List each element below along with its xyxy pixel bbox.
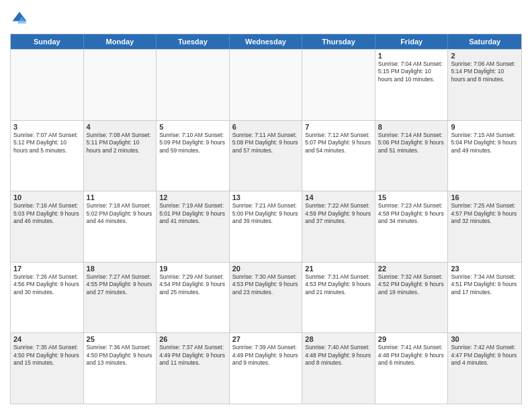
day-number: 14 [305, 193, 372, 201]
day-cell: 28Sunrise: 7:40 AM Sunset: 4:48 PM Dayli… [302, 333, 375, 404]
day-info: Sunrise: 7:29 AM Sunset: 4:54 PM Dayligh… [159, 273, 226, 296]
day-number: 30 [451, 335, 519, 343]
day-number: 3 [13, 123, 81, 131]
day-number: 12 [159, 193, 226, 201]
day-info: Sunrise: 7:36 AM Sunset: 4:50 PM Dayligh… [87, 344, 154, 367]
day-info: Sunrise: 7:11 AM Sunset: 5:08 PM Dayligh… [232, 132, 300, 154]
day-cell: 3Sunrise: 7:07 AM Sunset: 5:12 PM Daylig… [11, 121, 84, 191]
day-info: Sunrise: 7:22 AM Sunset: 4:59 PM Dayligh… [305, 202, 372, 225]
day-number: 24 [13, 335, 81, 343]
day-number: 19 [159, 265, 226, 273]
day-info: Sunrise: 7:16 AM Sunset: 5:03 PM Dayligh… [13, 202, 81, 225]
day-cell [302, 50, 375, 120]
week-row-2: 3Sunrise: 7:07 AM Sunset: 5:12 PM Daylig… [11, 120, 521, 191]
day-number: 11 [87, 193, 154, 201]
day-info: Sunrise: 7:15 AM Sunset: 5:04 PM Dayligh… [451, 132, 519, 154]
header [10, 7, 522, 28]
day-header-saturday: Saturday [448, 34, 521, 49]
day-info: Sunrise: 7:07 AM Sunset: 5:12 PM Dayligh… [13, 132, 81, 154]
page: SundayMondayTuesdayWednesdayThursdayFrid… [0, 0, 532, 411]
day-info: Sunrise: 7:23 AM Sunset: 4:58 PM Dayligh… [378, 202, 445, 225]
day-cell: 20Sunrise: 7:30 AM Sunset: 4:53 PM Dayli… [230, 263, 303, 333]
day-number: 21 [305, 265, 372, 273]
day-cell: 19Sunrise: 7:29 AM Sunset: 4:54 PM Dayli… [157, 263, 230, 333]
day-info: Sunrise: 7:30 AM Sunset: 4:53 PM Dayligh… [232, 273, 300, 296]
day-cell: 6Sunrise: 7:11 AM Sunset: 5:08 PM Daylig… [230, 121, 303, 191]
day-number: 20 [232, 265, 300, 273]
day-info: Sunrise: 7:27 AM Sunset: 4:55 PM Dayligh… [87, 273, 154, 296]
day-cell: 2Sunrise: 7:06 AM Sunset: 5:14 PM Daylig… [448, 50, 521, 120]
day-info: Sunrise: 7:18 AM Sunset: 5:02 PM Dayligh… [87, 202, 154, 225]
day-info: Sunrise: 7:40 AM Sunset: 4:48 PM Dayligh… [305, 344, 372, 367]
week-row-3: 10Sunrise: 7:16 AM Sunset: 5:03 PM Dayli… [11, 191, 521, 262]
day-info: Sunrise: 7:42 AM Sunset: 4:47 PM Dayligh… [451, 344, 519, 367]
day-cell: 24Sunrise: 7:35 AM Sunset: 4:50 PM Dayli… [11, 333, 84, 404]
week-row-5: 24Sunrise: 7:35 AM Sunset: 4:50 PM Dayli… [11, 332, 521, 404]
week-row-1: 1Sunrise: 7:04 AM Sunset: 5:15 PM Daylig… [11, 49, 521, 120]
day-info: Sunrise: 7:04 AM Sunset: 5:15 PM Dayligh… [378, 60, 445, 83]
day-info: Sunrise: 7:37 AM Sunset: 4:49 PM Dayligh… [159, 344, 226, 367]
day-number: 10 [13, 193, 81, 201]
day-number: 22 [378, 265, 445, 273]
svg-marker-0 [13, 12, 27, 21]
day-cell: 1Sunrise: 7:04 AM Sunset: 5:15 PM Daylig… [375, 50, 449, 120]
day-cell: 17Sunrise: 7:26 AM Sunset: 4:56 PM Dayli… [11, 263, 84, 333]
day-number: 26 [159, 335, 226, 343]
day-info: Sunrise: 7:41 AM Sunset: 4:48 PM Dayligh… [378, 344, 445, 367]
day-cell: 12Sunrise: 7:19 AM Sunset: 5:01 PM Dayli… [157, 191, 230, 262]
day-cell: 21Sunrise: 7:31 AM Sunset: 4:53 PM Dayli… [302, 263, 375, 333]
day-cell: 27Sunrise: 7:39 AM Sunset: 4:49 PM Dayli… [230, 333, 303, 404]
weeks: 1Sunrise: 7:04 AM Sunset: 5:15 PM Daylig… [11, 49, 521, 404]
day-number: 23 [451, 265, 519, 273]
day-number: 18 [87, 265, 154, 273]
day-cell: 29Sunrise: 7:41 AM Sunset: 4:48 PM Dayli… [375, 333, 449, 404]
day-info: Sunrise: 7:31 AM Sunset: 4:53 PM Dayligh… [305, 273, 372, 296]
day-cell: 11Sunrise: 7:18 AM Sunset: 5:02 PM Dayli… [84, 191, 157, 262]
day-number: 15 [378, 193, 445, 201]
day-cell: 7Sunrise: 7:12 AM Sunset: 5:07 PM Daylig… [302, 121, 375, 191]
day-number: 7 [305, 123, 372, 131]
logo [10, 9, 32, 28]
day-info: Sunrise: 7:06 AM Sunset: 5:14 PM Dayligh… [451, 60, 519, 83]
day-number: 17 [13, 265, 81, 273]
day-info: Sunrise: 7:08 AM Sunset: 5:11 PM Dayligh… [87, 132, 154, 154]
day-number: 16 [451, 193, 519, 201]
day-info: Sunrise: 7:19 AM Sunset: 5:01 PM Dayligh… [159, 202, 226, 225]
day-number: 2 [451, 52, 519, 60]
day-cell: 18Sunrise: 7:27 AM Sunset: 4:55 PM Dayli… [84, 263, 157, 333]
day-cell [157, 50, 230, 120]
day-info: Sunrise: 7:10 AM Sunset: 5:09 PM Dayligh… [159, 132, 226, 154]
day-info: Sunrise: 7:14 AM Sunset: 5:06 PM Dayligh… [378, 132, 445, 154]
day-info: Sunrise: 7:25 AM Sunset: 4:57 PM Dayligh… [451, 202, 519, 225]
day-cell [230, 50, 303, 120]
day-number: 8 [378, 123, 445, 131]
day-number: 29 [378, 335, 445, 343]
day-info: Sunrise: 7:39 AM Sunset: 4:49 PM Dayligh… [232, 344, 300, 367]
day-cell: 10Sunrise: 7:16 AM Sunset: 5:03 PM Dayli… [11, 191, 84, 262]
day-number: 4 [87, 123, 154, 131]
day-header-wednesday: Wednesday [230, 34, 303, 49]
day-cell: 22Sunrise: 7:32 AM Sunset: 4:52 PM Dayli… [375, 263, 449, 333]
day-header-thursday: Thursday [302, 34, 375, 49]
day-info: Sunrise: 7:26 AM Sunset: 4:56 PM Dayligh… [13, 273, 81, 296]
day-number: 1 [378, 52, 445, 60]
day-cell: 13Sunrise: 7:21 AM Sunset: 5:00 PM Dayli… [230, 191, 303, 262]
day-number: 25 [87, 335, 154, 343]
day-cell: 26Sunrise: 7:37 AM Sunset: 4:49 PM Dayli… [157, 333, 230, 404]
day-header-tuesday: Tuesday [157, 34, 230, 49]
day-cell: 5Sunrise: 7:10 AM Sunset: 5:09 PM Daylig… [157, 121, 230, 191]
day-cell [84, 50, 157, 120]
day-cell: 16Sunrise: 7:25 AM Sunset: 4:57 PM Dayli… [448, 191, 521, 262]
day-cell: 8Sunrise: 7:14 AM Sunset: 5:06 PM Daylig… [375, 121, 449, 191]
week-row-4: 17Sunrise: 7:26 AM Sunset: 4:56 PM Dayli… [11, 262, 521, 333]
day-headers: SundayMondayTuesdayWednesdayThursdayFrid… [11, 34, 521, 49]
day-number: 13 [232, 193, 300, 201]
day-cell: 23Sunrise: 7:34 AM Sunset: 4:51 PM Dayli… [448, 263, 521, 333]
logo-icon [10, 9, 29, 28]
day-info: Sunrise: 7:34 AM Sunset: 4:51 PM Dayligh… [451, 273, 519, 296]
day-info: Sunrise: 7:32 AM Sunset: 4:52 PM Dayligh… [378, 273, 445, 296]
day-info: Sunrise: 7:35 AM Sunset: 4:50 PM Dayligh… [13, 344, 81, 367]
day-cell [11, 50, 84, 120]
day-header-monday: Monday [84, 34, 157, 49]
day-header-sunday: Sunday [11, 34, 84, 49]
